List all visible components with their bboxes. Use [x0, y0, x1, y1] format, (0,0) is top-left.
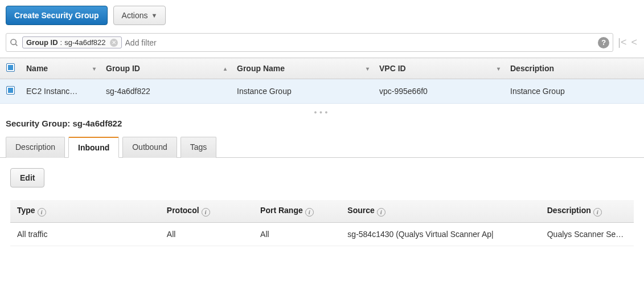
tab-tags[interactable]: Tags [181, 137, 217, 158]
cell-group-id: sg-4a6df822 [100, 79, 231, 104]
info-icon[interactable]: i [305, 208, 314, 217]
edit-button[interactable]: Edit [10, 168, 44, 187]
rules-col-type: Typei [10, 200, 160, 222]
detail-title: Security Group: sg-4a6df822 [0, 116, 644, 136]
col-header-vpc-id[interactable]: VPC ID▾ [374, 58, 504, 79]
info-icon[interactable]: i [377, 208, 385, 217]
cell-vpc-id: vpc-995e66f0 [374, 79, 504, 104]
rule-row: All traffic All All sg-584c1430 (Qualys … [10, 222, 634, 246]
tab-inbound[interactable]: Inbound [68, 137, 119, 158]
sort-icon: ▾ [93, 66, 96, 72]
pagination: |< < [618, 36, 638, 48]
tab-outbound[interactable]: Outbound [122, 137, 177, 158]
tab-description[interactable]: Description [6, 137, 65, 158]
filter-chip-value: sg-4a6df822 [64, 38, 105, 47]
svg-line-1 [15, 44, 17, 46]
sort-icon: ▾ [366, 66, 369, 72]
info-icon[interactable]: i [593, 208, 602, 217]
inbound-tab-content: Edit Typei Protocoli Port Rangei Sourcei… [0, 158, 644, 256]
add-filter-input[interactable] [125, 38, 595, 47]
row-checkbox[interactable] [6, 86, 15, 95]
filter-chip[interactable]: Group ID : sg-4a6df822 ✕ [22, 36, 122, 48]
rules-header-row: Typei Protocoli Port Rangei Sourcei Desc… [10, 200, 634, 222]
page-first-icon[interactable]: |< [618, 36, 626, 48]
select-all-checkbox[interactable] [6, 63, 15, 72]
toolbar: Create Security Group Actions ▼ [0, 0, 644, 31]
panel-resize-handle[interactable]: ●●● [0, 104, 644, 116]
sort-asc-icon: ▴ [224, 66, 227, 72]
rules-col-port-range: Port Rangei [253, 200, 341, 222]
help-icon[interactable]: ? [598, 37, 609, 48]
actions-label: Actions [122, 11, 148, 20]
rules-col-source: Sourcei [341, 200, 540, 222]
table-header-row: Name▾ Group ID▴ Group Name▾ VPC ID▾ Desc… [0, 58, 644, 79]
search-icon [10, 38, 19, 47]
rule-source: sg-584c1430 (Qualys Virtual Scanner Ap| [341, 222, 540, 246]
create-security-group-button[interactable]: Create Security Group [6, 6, 108, 25]
rules-col-description: Descriptioni [540, 200, 634, 222]
table-row[interactable]: EC2 Instanc… sg-4a6df822 Instance Group … [0, 79, 644, 104]
rules-col-protocol: Protocoli [160, 200, 253, 222]
actions-button[interactable]: Actions ▼ [113, 6, 166, 25]
chevron-down-icon: ▼ [151, 12, 158, 19]
rule-port-range: All [253, 222, 341, 246]
sort-icon: ▾ [497, 66, 500, 72]
info-icon[interactable]: i [38, 208, 46, 217]
col-header-description[interactable]: Description [504, 58, 644, 79]
col-header-name[interactable]: Name▾ [20, 58, 100, 79]
detail-tabs: Description Inbound Outbound Tags [0, 136, 644, 158]
cell-name: EC2 Instanc… [20, 79, 100, 104]
svg-point-0 [11, 39, 16, 44]
cell-group-name: Instance Group [231, 79, 374, 104]
page-prev-icon[interactable]: < [631, 36, 637, 48]
security-groups-table: Name▾ Group ID▴ Group Name▾ VPC ID▾ Desc… [0, 58, 644, 104]
col-header-group-id[interactable]: Group ID▴ [100, 58, 231, 79]
filter-bar: Group ID : sg-4a6df822 ✕ ? |< < [6, 33, 638, 52]
col-header-group-name[interactable]: Group Name▾ [231, 58, 374, 79]
filter-chip-remove-icon[interactable]: ✕ [110, 39, 118, 47]
rule-description: Qualys Scanner Sec… [540, 222, 634, 246]
info-icon[interactable]: i [202, 208, 210, 217]
cell-description: Instance Group [504, 79, 644, 104]
filter-box[interactable]: Group ID : sg-4a6df822 ✕ ? [6, 33, 613, 52]
rule-protocol: All [160, 222, 253, 246]
inbound-rules-table: Typei Protocoli Port Rangei Sourcei Desc… [10, 200, 634, 246]
rule-type: All traffic [10, 222, 160, 246]
filter-chip-key: Group ID [26, 38, 58, 47]
